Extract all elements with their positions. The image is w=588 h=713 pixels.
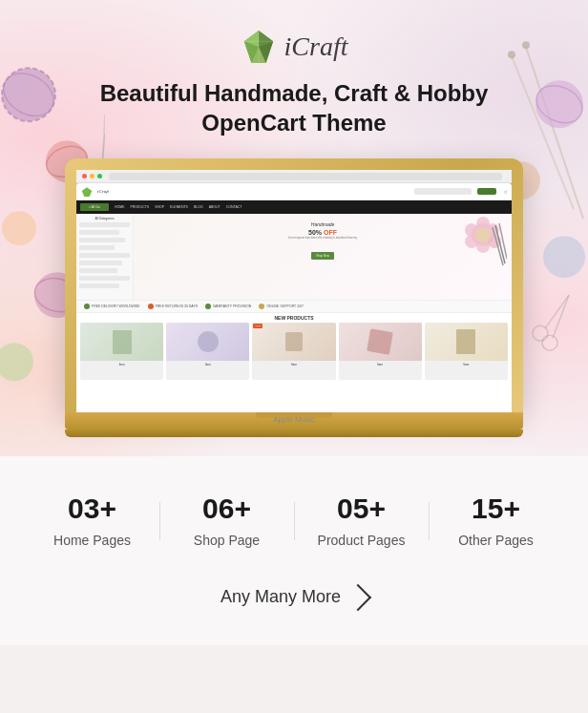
svg-line-22	[553, 295, 569, 338]
stat-label-shop: Shop Page	[175, 533, 280, 548]
stat-product-pages: 05+ Product Pages	[300, 494, 424, 548]
more-section: Any Many More	[0, 577, 588, 645]
svg-line-21	[545, 295, 569, 328]
laptop-mockup: iCraft 🛒 ≡ All Cat HOME PRODUCTS SHOP EL…	[65, 158, 523, 437]
stat-label-other: Other Pages	[444, 533, 549, 548]
stat-number-home: 03+	[40, 494, 145, 523]
logo-area: iCraft	[19, 29, 569, 65]
stats-section: 03+ Home Pages 06+ Shop Page 05+ Product…	[0, 456, 588, 577]
more-label: Any Many More	[220, 587, 341, 607]
stat-number-shop: 06+	[175, 494, 280, 523]
stat-number-other: 15+	[444, 494, 549, 523]
stat-home-pages: 03+ Home Pages	[31, 494, 155, 548]
laptop-brand: Applo Muzic	[273, 415, 315, 424]
brand-name: iCraft	[284, 31, 348, 62]
stat-label-product: Product Pages	[309, 533, 414, 548]
chevron-right-icon	[345, 584, 371, 611]
stat-shop-page: 06+ Shop Page	[165, 494, 289, 548]
hero-title: Beautiful Handmade, Craft & Hobby OpenCa…	[19, 78, 569, 137]
logo-icon	[241, 29, 277, 65]
more-link[interactable]: Any Many More	[220, 586, 368, 607]
svg-point-38	[475, 227, 491, 242]
svg-point-18	[543, 236, 585, 278]
stat-number-product: 05+	[309, 494, 414, 523]
stat-other-pages: 15+ Other Pages	[434, 494, 558, 548]
svg-point-20	[542, 335, 557, 350]
hero-section: iCraft Beautiful Handmade, Craft & Hobby…	[0, 0, 588, 456]
stat-label-home: Home Pages	[40, 533, 145, 548]
svg-point-8	[0, 343, 33, 381]
svg-marker-30	[82, 187, 93, 197]
svg-point-5	[2, 211, 36, 245]
svg-point-19	[533, 325, 548, 341]
